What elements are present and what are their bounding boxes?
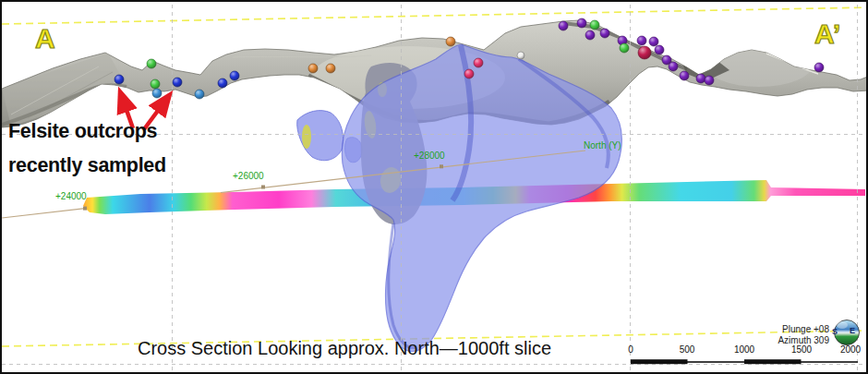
north-axis-line-left bbox=[2, 209, 85, 218]
sample-point bbox=[446, 37, 455, 46]
sample-point bbox=[590, 20, 599, 30]
globe-letter-east: E bbox=[850, 326, 855, 335]
sample-point bbox=[620, 43, 629, 53]
sample-point bbox=[218, 78, 227, 88]
sample-point bbox=[669, 62, 678, 71]
figure-caption: Cross Section Looking approx. North—1000… bbox=[138, 338, 551, 359]
sample-point bbox=[147, 59, 156, 68]
sample-point bbox=[474, 58, 483, 67]
scale-label-500: 500 bbox=[680, 344, 695, 355]
globe-letter-south: S bbox=[832, 327, 838, 336]
sample-point bbox=[464, 69, 474, 78]
sample-point bbox=[152, 89, 162, 98]
sample-point bbox=[638, 46, 651, 59]
sample-point bbox=[696, 74, 705, 83]
sample-point bbox=[637, 36, 646, 45]
sample-point bbox=[577, 18, 586, 28]
scale-label-2000: 2000 bbox=[840, 344, 861, 355]
sample-point bbox=[814, 63, 824, 72]
sample-point bbox=[173, 78, 182, 87]
sample-point bbox=[115, 75, 124, 84]
felsite-main-body bbox=[342, 44, 621, 351]
view-orientation-info: Plunge +08 Azimuth 309 bbox=[737, 324, 829, 346]
plunge-value: Plunge +08 bbox=[737, 324, 829, 335]
sample-point bbox=[600, 29, 609, 38]
axis-tick-24000 bbox=[83, 207, 87, 211]
sample-point bbox=[559, 21, 568, 30]
sample-point bbox=[705, 76, 714, 85]
sample-point bbox=[230, 71, 239, 80]
sample-point bbox=[655, 45, 664, 54]
sample-point bbox=[680, 71, 689, 80]
felsite-annotation-line2: recently sampled bbox=[8, 149, 166, 183]
scale-label-1000: 1000 bbox=[734, 344, 754, 355]
axis-tick-28000 bbox=[440, 164, 443, 168]
sample-point bbox=[649, 37, 658, 46]
cross-section-figure: A A’ Felsite outcrops recently sampled +… bbox=[0, 0, 868, 374]
felsite-annotation: Felsite outcrops recently sampled bbox=[8, 115, 166, 183]
axis-tick-26000 bbox=[261, 186, 265, 189]
scale-bar bbox=[631, 359, 858, 364]
sample-point bbox=[517, 52, 524, 59]
axis-tick-label-28000: +28000 bbox=[414, 151, 445, 161]
sample-point bbox=[308, 64, 318, 73]
orientation-globe-icon bbox=[835, 320, 860, 345]
cross-section-scene bbox=[2, 2, 868, 374]
sample-point bbox=[326, 64, 335, 73]
north-axis-label: North (Y) bbox=[584, 140, 621, 151]
sample-point bbox=[195, 90, 204, 99]
sample-point bbox=[151, 79, 160, 89]
section-label-a-prime: A’ bbox=[814, 18, 840, 50]
interior-yellow-patch bbox=[302, 125, 311, 149]
scale-label-0: 0 bbox=[628, 344, 633, 355]
section-label-a: A bbox=[35, 23, 55, 54]
axis-tick-label-24000: +24000 bbox=[55, 191, 87, 201]
scale-label-1500: 1500 bbox=[791, 344, 812, 355]
sample-point bbox=[585, 30, 595, 40]
axis-tick-label-26000: +26000 bbox=[233, 171, 264, 181]
felsite-annotation-line1: Felsite outcrops bbox=[8, 115, 166, 149]
